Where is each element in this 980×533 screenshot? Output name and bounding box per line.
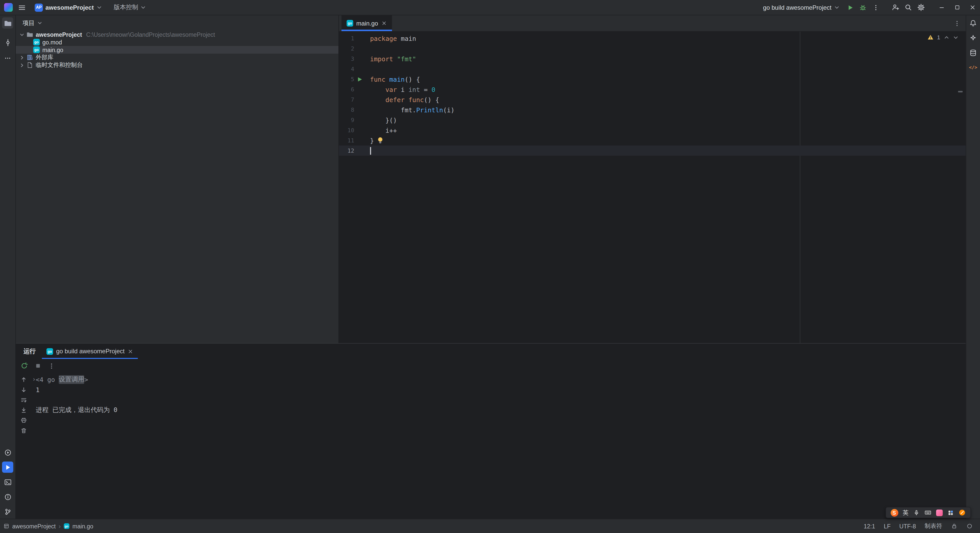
line-text: func main() { [370, 75, 420, 83]
run-gutter-icon[interactable] [356, 76, 362, 82]
chevron-down-icon [834, 5, 840, 10]
sparkle-icon [969, 34, 977, 41]
line-number: 1 [339, 35, 354, 41]
tab-options-kebab-icon[interactable] [953, 20, 961, 27]
notifications-button[interactable] [968, 18, 978, 28]
sogou-logo[interactable]: S [891, 509, 898, 516]
terminal-tool-button[interactable] [2, 476, 13, 488]
breadcrumb-file[interactable]: main.go [73, 523, 94, 529]
keyboard-icon[interactable] [924, 509, 932, 516]
code-line[interactable]: 2 [339, 43, 966, 54]
search-everywhere-button[interactable] [902, 2, 914, 13]
code-line[interactable]: 3 import "fmt" [339, 54, 966, 64]
run-tool-button[interactable] [2, 461, 13, 473]
soft-wrap-button[interactable] [19, 396, 29, 404]
scroll-to-end-button[interactable] [19, 406, 29, 414]
code-line[interactable]: 8 fmt.Println(i) [339, 105, 966, 115]
caret-position-widget[interactable]: 12:1 [864, 523, 875, 529]
services-tool-button[interactable] [2, 447, 13, 458]
left-tool-strip [0, 15, 16, 519]
toolbox-grid-icon[interactable] [947, 509, 954, 516]
vcs-widget[interactable]: 版本控制 [111, 2, 148, 13]
lock-icon[interactable] [951, 523, 958, 530]
code-with-me-button[interactable] [890, 2, 901, 13]
problems-tool-button[interactable] [2, 491, 13, 502]
code-line[interactable]: 6 var i int = 0 [339, 84, 966, 94]
inspections-widget[interactable]: 1 [928, 34, 959, 40]
database-button[interactable] [968, 48, 978, 58]
down-stack-trace-button[interactable] [19, 385, 29, 394]
code-line[interactable]: 1 package main [339, 33, 966, 43]
code-line[interactable]: 5 func main() { [339, 74, 966, 84]
code-line[interactable]: 12 [339, 145, 966, 156]
console-line-text: <4 go 设置调用> [36, 375, 88, 383]
maximize-button[interactable] [950, 0, 965, 15]
caret [370, 147, 371, 154]
tree-row-project-root[interactable]: awesomeProject C:\Users\meowr\GolandProj… [16, 31, 339, 38]
console-line[interactable]: ›<4 go 设置调用> [32, 374, 966, 384]
code-line[interactable]: 4 [339, 64, 966, 74]
main-menu-button[interactable] [16, 1, 28, 14]
console-line[interactable]: 1 [32, 384, 966, 395]
endpoints-button[interactable]: </> [968, 62, 978, 73]
tree-row-maingo[interactable]: go main.go [16, 46, 339, 54]
run-more-options-button[interactable] [46, 360, 57, 371]
run-button[interactable] [844, 2, 856, 13]
next-problem-chevron-icon[interactable] [953, 35, 959, 40]
intention-bulb-icon[interactable] [377, 137, 383, 144]
print-button[interactable] [19, 416, 29, 424]
ime-mode-label[interactable]: 英 [903, 509, 908, 516]
tree-row-gomod[interactable]: go go.mod [16, 38, 339, 46]
console-line[interactable]: 进程 已完成，退出代码为 0 [32, 405, 966, 415]
settings-button[interactable] [915, 2, 927, 13]
indent-widget[interactable]: 制表符 [924, 522, 942, 530]
code-editor[interactable]: 1 package main 2 3 import "fmt" 4 5 func… [339, 32, 966, 343]
breadcrumb-module[interactable]: awesomeProject [12, 523, 56, 529]
stop-button[interactable] [32, 360, 43, 371]
tab-close-icon[interactable] [127, 348, 133, 354]
up-stack-trace-button[interactable] [19, 375, 29, 383]
breadcrumb-separator: › [59, 523, 61, 529]
console-line-text: 进程 已完成，退出代码为 0 [36, 406, 118, 414]
prev-problem-chevron-icon[interactable] [944, 35, 950, 40]
editor-tab-maingo[interactable]: go main.go [342, 15, 392, 31]
project-widget[interactable]: AP awesomeProject [32, 2, 104, 13]
commit-icon [4, 38, 11, 46]
line-text: } [370, 137, 383, 144]
more-actions-button[interactable] [870, 2, 881, 13]
ai-assistant-button[interactable] [968, 33, 978, 43]
commit-tool-button[interactable] [2, 37, 13, 48]
minimize-button[interactable] [934, 0, 950, 15]
code-token [393, 55, 397, 62]
project-avatar: AP [35, 3, 43, 11]
encoding-widget[interactable]: UTF-8 [899, 523, 916, 529]
skin-icon[interactable] [936, 509, 943, 516]
console-output[interactable]: ›<4 go 设置调用> 1 进程 已完成，退出代码为 0 [32, 373, 966, 519]
code-token: = [420, 86, 431, 93]
debug-button[interactable] [857, 2, 869, 13]
run-panel-title[interactable]: 运行 [16, 344, 42, 359]
close-button[interactable] [965, 0, 980, 15]
tab-close-icon[interactable] [381, 21, 387, 26]
run-tab-go-build[interactable]: go go build awesomeProject [42, 344, 138, 359]
fold-arrow-icon[interactable]: › [32, 376, 36, 383]
mic-icon[interactable] [913, 509, 920, 516]
line-separator-widget[interactable]: LF [884, 523, 891, 529]
project-panel-header[interactable]: 项目 [16, 15, 339, 31]
code-line[interactable]: 10 i++ [339, 125, 966, 135]
clear-console-button[interactable] [19, 426, 29, 434]
highlight-level-icon[interactable] [966, 523, 973, 530]
run-configuration-selector[interactable]: go build awesomeProject [759, 4, 843, 11]
rerun-button[interactable] [18, 360, 30, 371]
code-line[interactable]: 9 }() [339, 115, 966, 125]
git-tool-button[interactable] [2, 506, 13, 517]
code-line[interactable]: 11 } [339, 135, 966, 145]
project-tool-button[interactable] [2, 18, 13, 29]
console-line[interactable] [32, 395, 966, 405]
wrench-icon[interactable] [959, 509, 966, 516]
code-line[interactable]: 7 defer func() { [339, 94, 966, 105]
tree-row-scratches[interactable]: 临时文件和控制台 [16, 61, 339, 69]
more-tool-windows-button[interactable] [2, 53, 13, 64]
scrollbar-warning-mark[interactable] [958, 91, 963, 92]
tree-row-external-libraries[interactable]: 外部库 [16, 54, 339, 61]
